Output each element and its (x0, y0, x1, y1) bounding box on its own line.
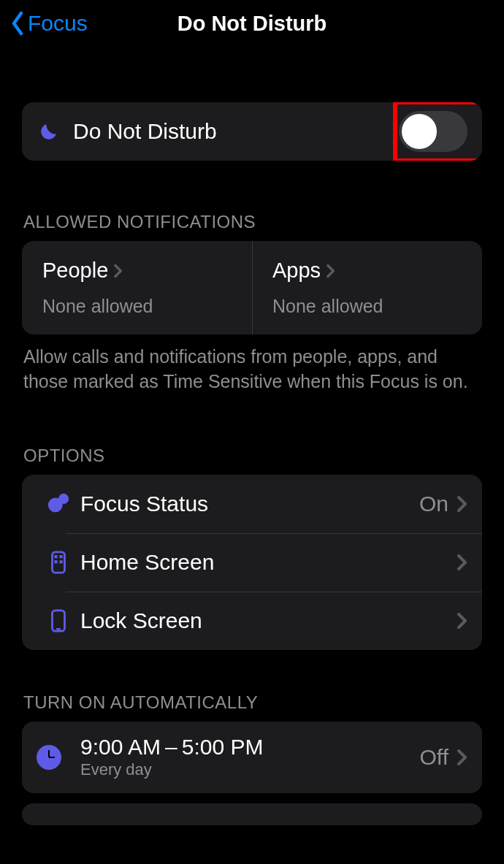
lock-screen-icon (37, 608, 80, 633)
back-button[interactable]: Focus (10, 11, 88, 36)
chevron-right-icon (457, 749, 467, 766)
schedule-repeat: Every day (80, 760, 263, 779)
allowed-apps-title: Apps (272, 259, 321, 283)
home-screen-label: Home Screen (80, 550, 214, 575)
section-header-auto: TURN ON AUTOMATICALLY (22, 692, 482, 722)
clock-icon (37, 745, 80, 770)
schedule-row[interactable]: 9:00 AM – 5:00 PM Every day Off (22, 722, 482, 793)
chevron-right-icon (114, 264, 123, 278)
home-screen-row[interactable]: Home Screen (22, 533, 482, 592)
lock-screen-row[interactable]: Lock Screen (22, 592, 482, 650)
lock-screen-label: Lock Screen (80, 608, 202, 633)
allowed-footer: Allow calls and notifications from peopl… (22, 334, 482, 394)
chevron-left-icon (10, 11, 25, 36)
home-screen-icon (37, 550, 80, 575)
focus-status-label: Focus Status (80, 492, 208, 516)
svg-rect-2 (53, 551, 65, 572)
allowed-people-subtitle: None allowed (42, 296, 232, 317)
section-header-options: OPTIONS (22, 446, 482, 475)
allowed-apps-subtitle: None allowed (272, 296, 462, 317)
chevron-right-icon (327, 264, 335, 278)
svg-rect-3 (54, 555, 57, 558)
partial-row (22, 803, 482, 825)
focus-status-value: On (419, 492, 453, 516)
chevron-right-icon (457, 495, 467, 513)
svg-rect-4 (59, 555, 62, 558)
svg-rect-6 (59, 560, 62, 563)
dnd-label: Do Not Disturb (73, 119, 217, 144)
focus-status-row[interactable]: Focus Status On (22, 475, 482, 533)
schedule-time: 9:00 AM – 5:00 PM (80, 735, 263, 759)
allowed-apps-cell[interactable]: Apps None allowed (252, 241, 482, 334)
svg-rect-5 (54, 560, 57, 563)
chevron-right-icon (457, 554, 467, 571)
chevron-right-icon (457, 612, 467, 630)
schedule-value: Off (420, 745, 453, 770)
section-header-allowed: ALLOWED NOTIFICATIONS (22, 212, 482, 241)
allowed-people-cell[interactable]: People None allowed (22, 241, 252, 334)
do-not-disturb-row: Do Not Disturb (22, 102, 482, 161)
allowed-people-title: People (42, 259, 108, 283)
svg-point-1 (58, 493, 69, 503)
back-label: Focus (28, 11, 88, 36)
focus-status-icon (37, 492, 80, 516)
moon-icon (37, 119, 73, 144)
dnd-toggle[interactable] (399, 111, 467, 152)
